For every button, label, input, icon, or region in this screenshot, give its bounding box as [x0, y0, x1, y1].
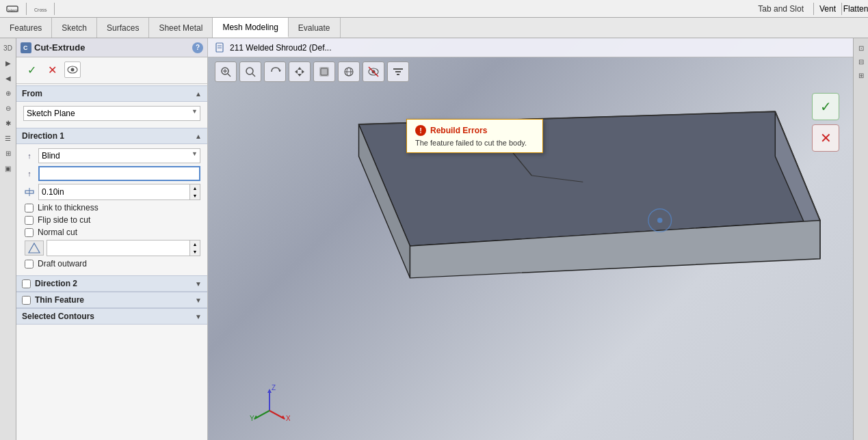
- draft-decrement[interactable]: ▼: [190, 248, 200, 256]
- sketch-plane-select[interactable]: Sketch Plane: [23, 106, 200, 121]
- direction1-text-input[interactable]: [38, 166, 200, 181]
- toolbar-crossbreak[interactable]: Cross-Break: [31, 1, 50, 16]
- normal-cut-row: Normal cut: [23, 228, 200, 237]
- error-message: The feature failed to cut the body.: [415, 139, 534, 147]
- direction1-type-select[interactable]: Blind Through All Mid Plane: [38, 148, 200, 163]
- tab-evaluate[interactable]: Evaluate: [289, 18, 341, 38]
- direction1-section-content: ↑ Blind Through All Mid Plane ↑: [16, 144, 207, 275]
- direction1-depth-arrow[interactable]: ↑: [23, 167, 36, 180]
- flip-side-label: Flip side to cut: [38, 215, 90, 225]
- direction2-section-header[interactable]: Direction 2 ▼: [16, 275, 207, 292]
- help-button[interactable]: ?: [192, 42, 203, 53]
- left-icons-strip: 3D ▶ ◀ ⊕ ⊖ ✱ ☰ ⊞ ▣: [0, 38, 16, 440]
- direction1-chevron: ▲: [195, 133, 202, 140]
- tab-surfaces[interactable]: Surfaces: [97, 18, 149, 38]
- depth-spinner-row: 0.10in ▲ ▼: [23, 184, 200, 200]
- confirm-button[interactable]: ✓: [23, 61, 40, 78]
- left-icon-6[interactable]: ☰: [1, 131, 15, 145]
- tab-features[interactable]: Features: [0, 18, 52, 38]
- svg-point-6: [71, 68, 75, 72]
- svg-rect-32: [393, 68, 403, 70]
- draft-increment[interactable]: ▲: [190, 240, 200, 248]
- direction1-type-wrap: Blind Through All Mid Plane: [38, 148, 200, 163]
- eye-button[interactable]: [64, 61, 81, 78]
- viewport-cancel-button[interactable]: ✕: [812, 124, 839, 152]
- svg-text:Z: Z: [272, 384, 276, 391]
- vp-zoom-btn[interactable]: [215, 61, 237, 82]
- tab-and-slot-text: Tab and Slot: [758, 4, 804, 14]
- svg-marker-52: [254, 415, 258, 420]
- vp-zoom-fit[interactable]: [239, 61, 261, 82]
- left-icon-7[interactable]: ⊞: [1, 146, 15, 160]
- left-icon-2[interactable]: ◀: [1, 71, 15, 85]
- thin-feature-section-header[interactable]: Thin Feature ▼: [16, 292, 207, 308]
- draft-input[interactable]: [47, 240, 189, 256]
- svg-marker-20: [298, 67, 302, 70]
- direction1-label: Direction 1: [22, 131, 195, 141]
- right-icon-3[interactable]: ⊞: [854, 68, 868, 82]
- depth-spinner-wrap: 0.10in ▲ ▼: [38, 184, 200, 200]
- direction1-arrow-up[interactable]: ↑: [23, 150, 36, 162]
- left-icon-8[interactable]: ▣: [1, 161, 15, 175]
- draft-outward-checkbox[interactable]: [25, 260, 34, 269]
- normal-cut-checkbox[interactable]: [25, 228, 34, 237]
- left-icon-1[interactable]: ▶: [1, 56, 15, 70]
- flatten-label: Flatten: [843, 4, 868, 14]
- svg-text:X: X: [286, 415, 290, 422]
- draft-spinner-buttons: ▲ ▼: [189, 240, 200, 256]
- depth-input[interactable]: 0.10in: [39, 184, 189, 200]
- tab-sketch[interactable]: Sketch: [52, 18, 97, 38]
- right-icon-2[interactable]: ⊟: [854, 55, 868, 68]
- viewport[interactable]: 211 Welded Shroud2 (Def...: [208, 38, 853, 440]
- left-icon-5[interactable]: ✱: [1, 116, 15, 130]
- svg-marker-49: [281, 415, 285, 420]
- direction1-type-row: ↑ Blind Through All Mid Plane: [23, 148, 200, 163]
- from-section-header[interactable]: From ▲: [16, 85, 207, 102]
- svg-text:Cross-Break: Cross-Break: [34, 8, 47, 12]
- panel-header: C Cut-Extrude ?: [16, 38, 207, 57]
- accept-cancel-overlay: ✓ ✕: [812, 93, 839, 152]
- direction1-input-row: ↑: [23, 166, 200, 181]
- toolbar-vent[interactable]: Vent: [818, 1, 837, 16]
- selected-contours-label: Selected Contours: [22, 312, 195, 321]
- link-thickness-label: Link to thickness: [38, 203, 98, 212]
- error-icon: !: [415, 125, 426, 136]
- action-row: ✓ ✕: [16, 57, 207, 82]
- depth-decrement[interactable]: ▼: [190, 192, 200, 200]
- cut-extrude-icon: C: [21, 42, 31, 53]
- toolbar-hem[interactable]: Hem: [3, 1, 22, 16]
- link-thickness-row: Link to thickness: [23, 203, 200, 212]
- draft-outward-row: Draft outward: [23, 259, 200, 269]
- flip-side-checkbox[interactable]: [25, 216, 34, 225]
- svg-point-17: [246, 68, 253, 74]
- error-title-row: ! Rebuild Errors: [415, 125, 534, 136]
- tab-mesh-modeling[interactable]: Mesh Modeling: [213, 18, 288, 38]
- error-popup: ! Rebuild Errors The feature failed to c…: [406, 119, 543, 153]
- svg-line-14: [228, 74, 231, 77]
- thin-feature-label: Thin Feature: [35, 295, 195, 305]
- thin-feature-checkbox[interactable]: [22, 296, 31, 305]
- depth-increment[interactable]: ▲: [190, 184, 200, 192]
- left-icon-3[interactable]: ⊕: [1, 86, 15, 100]
- left-icon-4[interactable]: ⊖: [1, 101, 15, 115]
- viewport-accept-button[interactable]: ✓: [812, 93, 839, 120]
- divider-1: [16, 83, 207, 84]
- svg-line-18: [252, 74, 255, 77]
- tab-sheetmetal[interactable]: Sheet Metal: [149, 18, 213, 38]
- toolbar-flatten[interactable]: Flatten: [846, 1, 865, 16]
- panel-title: Cut-Extrude: [34, 42, 189, 53]
- direction1-section-header[interactable]: Direction 1 ▲: [16, 128, 207, 144]
- vent-label: Vent: [819, 4, 836, 14]
- link-thickness-checkbox[interactable]: [25, 204, 34, 212]
- cancel-button[interactable]: ✕: [44, 61, 60, 78]
- depth-icon: [23, 186, 36, 198]
- draft-icon: [25, 240, 44, 256]
- tab-bar: Features Sketch Surfaces Sheet Metal Mes…: [0, 18, 868, 38]
- direction2-checkbox[interactable]: [22, 279, 31, 288]
- selected-contours-section-header[interactable]: Selected Contours ▼: [16, 308, 207, 325]
- document-icon: [215, 42, 226, 53]
- left-icon-3d[interactable]: 3D: [1, 41, 15, 55]
- svg-text:C: C: [23, 44, 28, 51]
- selected-contours-chevron: ▼: [195, 313, 202, 320]
- right-icon-1[interactable]: ⊡: [854, 41, 868, 55]
